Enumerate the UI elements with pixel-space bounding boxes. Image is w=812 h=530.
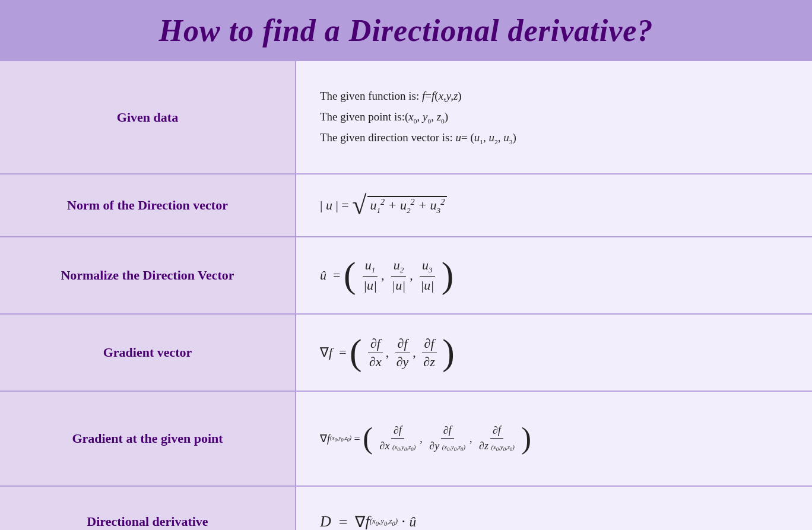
label-directional: Directional derivative [0, 486, 296, 530]
row-gradient: Gradient vector ∇f = ( ∂f ∂x , ∂f ∂y , ∂… [0, 314, 812, 391]
label-given-data: Given data [0, 61, 296, 174]
row-normalize: Normalize the Direction Vector û = ( u1 … [0, 237, 812, 314]
gradient-formula: ∇f = ( ∂f ∂x , ∂f ∂y , ∂f ∂z ) [320, 330, 788, 376]
gradient-point-formula: ∇f(x0,y0,z0) = ( ∂f ∂x (x0,y0,z0) , ∂f ∂… [320, 418, 788, 458]
given-function: The given function is: f=f(x,y,z) [320, 87, 788, 105]
directional-formula: D = ∇f(x0,y0,z0) · û [320, 507, 788, 531]
content-normalize: û = ( u1 |u| , u2 |u| , u3 |u| [296, 237, 812, 314]
label-norm: Norm of the Direction vector [0, 174, 296, 237]
page-title: How to find a Directional derivative? [0, 0, 812, 61]
content-gradient-point: ∇f(x0,y0,z0) = ( ∂f ∂x (x0,y0,z0) , ∂f ∂… [296, 391, 812, 486]
content-gradient: ∇f = ( ∂f ∂x , ∂f ∂y , ∂f ∂z ) [296, 314, 812, 391]
label-gradient: Gradient vector [0, 314, 296, 391]
given-direction: The given direction vector is: u= (u1, u… [320, 129, 788, 147]
row-directional: Directional derivative D = ∇f(x0,y0,z0) … [0, 486, 812, 530]
label-gradient-point: Gradient at the given point [0, 391, 296, 486]
normalize-formula: û = ( u1 |u| , u2 |u| , u3 |u| [320, 252, 788, 299]
label-normalize: Normalize the Direction Vector [0, 237, 296, 314]
row-gradient-point: Gradient at the given point ∇f(x0,y0,z0)… [0, 391, 812, 486]
row-given-data: Given data The given function is: f=f(x,… [0, 61, 812, 174]
content-directional: D = ∇f(x0,y0,z0) · û [296, 486, 812, 530]
given-point: The given point is:(x0, y0, z0) [320, 108, 788, 126]
content-given-data: The given function is: f=f(x,y,z) The gi… [296, 61, 812, 174]
main-table: Given data The given function is: f=f(x,… [0, 61, 812, 530]
norm-formula: | u | = √ u12 + u22 + u32 [320, 186, 788, 224]
row-norm: Norm of the Direction vector | u | = √ u… [0, 174, 812, 237]
content-norm: | u | = √ u12 + u22 + u32 [296, 174, 812, 237]
